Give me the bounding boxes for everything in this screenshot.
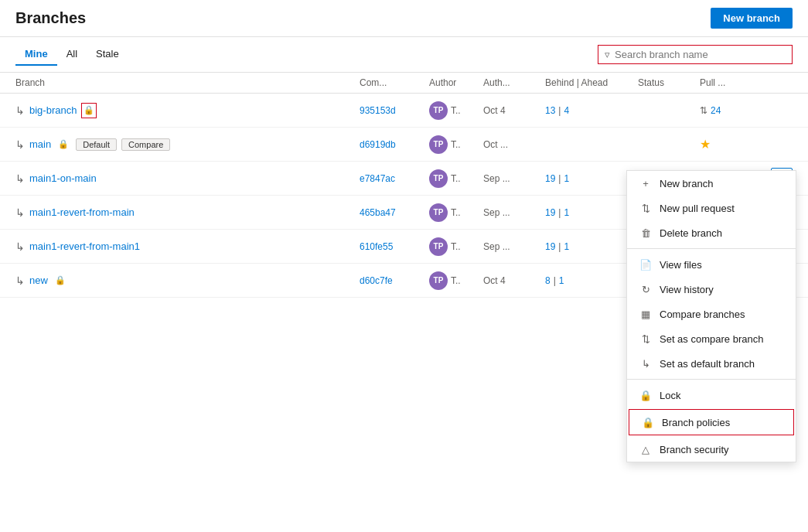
branch-link[interactable]: main	[29, 138, 51, 150]
author-avatar: TP	[429, 101, 448, 120]
behind-ahead: 19 | 1	[545, 241, 638, 252]
menu-label: Set as compare branch	[660, 333, 763, 345]
branch-link[interactable]: main1-revert-from-main1	[29, 240, 140, 252]
lock-icon-small: 🔒	[53, 273, 68, 288]
behind-link[interactable]: 19	[545, 173, 555, 184]
branch-link[interactable]: main1-revert-from-main	[29, 206, 135, 218]
ahead-link[interactable]: 1	[564, 173, 569, 184]
set-compare-icon: ⇅	[639, 332, 652, 345]
ahead-link[interactable]: 1	[564, 241, 569, 252]
compare-icon: ▦	[639, 308, 652, 320]
search-input[interactable]	[615, 49, 786, 60]
date-cell: Oct 4	[483, 105, 545, 116]
tab-stale[interactable]: Stale	[87, 43, 128, 66]
behind-ahead: 8 | 1	[545, 275, 638, 286]
branch-icon: ↳	[15, 206, 25, 219]
new-branch-button[interactable]: New branch	[711, 8, 793, 29]
pull-cell: ★	[700, 137, 762, 152]
date-cell: Sep ...	[483, 207, 545, 218]
commit-link[interactable]: 465ba47	[360, 207, 396, 218]
ahead-link[interactable]: 1	[559, 275, 564, 286]
menu-label: View history	[660, 284, 714, 295]
author-name: T..	[451, 275, 461, 286]
lock-icon[interactable]: 🔒	[81, 103, 97, 118]
table-row: ↳ big-branch 🔒 935153d TP T.. Oct 4 13 |…	[0, 94, 808, 128]
col-header-pull: Pull ...	[700, 77, 762, 88]
behind-ahead: 19 | 1	[545, 207, 638, 218]
branch-icon: ↳	[15, 275, 25, 287]
branch-link[interactable]: big-branch	[29, 104, 77, 116]
ahead-link[interactable]: 4	[564, 105, 569, 116]
commit-link[interactable]: d6919db	[360, 139, 396, 150]
set-default-icon: ↳	[639, 357, 652, 370]
menu-label: Lock	[660, 390, 680, 401]
branch-icon: ↳	[15, 104, 25, 117]
branch-icon: ↳	[15, 240, 25, 253]
menu-item-new-pull-request[interactable]: ⇅ New pull request	[627, 196, 796, 220]
menu-item-set-default[interactable]: ↳ Set as default branch	[627, 351, 796, 376]
col-header-branch: Branch	[15, 77, 360, 88]
branch-link[interactable]: main1-on-main	[29, 172, 97, 184]
filter-icon: ▿	[605, 49, 610, 60]
tag-compare[interactable]: Compare	[121, 138, 170, 151]
commit-link[interactable]: 935153d	[360, 105, 396, 116]
commit-link[interactable]: 610fe55	[360, 241, 393, 252]
tab-all[interactable]: All	[57, 43, 87, 66]
tab-mine[interactable]: Mine	[15, 43, 57, 66]
menu-item-compare-branches[interactable]: ▦ Compare branches	[627, 302, 796, 326]
date-cell: Oct 4	[483, 275, 545, 286]
menu-label: Branch security	[660, 444, 729, 455]
plus-icon: +	[639, 177, 652, 189]
author-avatar: TP	[429, 237, 448, 256]
context-menu: + New branch ⇅ New pull request 🗑 Delete…	[626, 170, 796, 462]
pull-request-icon: ⇅	[639, 202, 652, 214]
behind-link[interactable]: 19	[545, 207, 555, 218]
star-icon[interactable]: ★	[700, 137, 711, 152]
date-cell: Sep ...	[483, 241, 545, 252]
menu-item-view-history[interactable]: ↻ View history	[627, 277, 796, 302]
pull-cell: ⇅ 24	[700, 105, 762, 116]
menu-item-new-branch[interactable]: + New branch	[627, 171, 796, 196]
table-header: Branch Com... Author Auth... Behind | Ah…	[0, 73, 808, 94]
shield-icon: △	[639, 443, 652, 455]
commit-link[interactable]: d60c7fe	[360, 275, 393, 286]
col-header-author: Author	[429, 77, 483, 88]
behind-link[interactable]: 19	[545, 241, 555, 252]
menu-separator	[627, 248, 796, 249]
date-cell: Sep ...	[483, 173, 545, 184]
pull-link[interactable]: 24	[711, 105, 721, 116]
author-name: T..	[451, 207, 461, 218]
menu-separator	[627, 379, 796, 380]
menu-item-branch-security[interactable]: △ Branch security	[627, 437, 796, 462]
menu-item-set-compare[interactable]: ⇅ Set as compare branch	[627, 326, 796, 351]
menu-item-lock[interactable]: 🔒 Lock	[627, 383, 796, 408]
policy-icon: 🔒	[642, 416, 654, 428]
author-name: T..	[451, 105, 461, 116]
behind-link[interactable]: 13	[545, 105, 555, 116]
menu-item-branch-policies[interactable]: 🔒 Branch policies	[629, 409, 794, 435]
behind-link[interactable]: 8	[545, 275, 551, 286]
menu-label: Compare branches	[660, 309, 745, 320]
history-icon: ↻	[639, 283, 652, 295]
col-header-authdate: Auth...	[483, 77, 545, 88]
menu-label: Branch policies	[662, 417, 730, 428]
author-name: T..	[451, 173, 461, 184]
lock-icon-small: 🔒	[56, 137, 71, 152]
col-header-behindahead: Behind | Ahead	[545, 77, 638, 88]
author-name: T..	[451, 139, 461, 150]
author-avatar: TP	[429, 169, 448, 188]
lock-icon: 🔒	[639, 389, 652, 401]
menu-label: New branch	[660, 178, 713, 189]
menu-item-view-files[interactable]: 📄 View files	[627, 252, 796, 277]
branch-link[interactable]: new	[29, 275, 48, 286]
menu-label: Delete branch	[660, 227, 722, 239]
page-title: Branches	[15, 9, 86, 27]
menu-item-delete-branch[interactable]: 🗑 Delete branch	[627, 220, 796, 245]
pull-icon: ⇅	[700, 105, 707, 116]
commit-link[interactable]: e7847ac	[360, 173, 395, 184]
menu-label: View files	[660, 259, 702, 271]
date-cell: Oct ...	[483, 139, 545, 150]
behind-ahead: 19 | 1	[545, 173, 638, 184]
col-header-status: Status	[638, 77, 700, 88]
ahead-link[interactable]: 1	[564, 207, 569, 218]
